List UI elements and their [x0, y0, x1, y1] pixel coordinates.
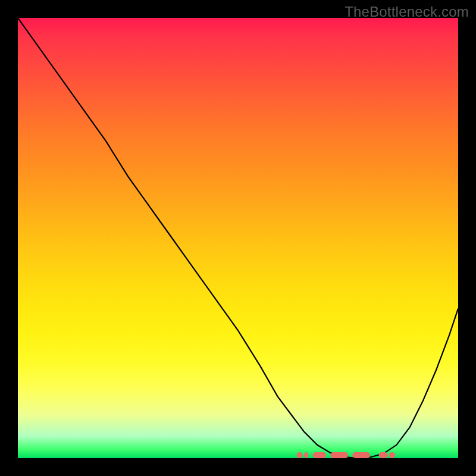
- watermark: TheBottleneck.com: [345, 4, 469, 20]
- optimal-markers: [297, 452, 395, 458]
- optimal-marker: [352, 452, 370, 458]
- optimal-marker: [313, 452, 326, 458]
- curve-line: [18, 18, 458, 458]
- optimal-marker: [304, 452, 308, 458]
- optimal-marker: [330, 452, 348, 458]
- chart-plot-area: [18, 18, 458, 458]
- optimal-marker-dot: [297, 452, 303, 458]
- bottleneck-curve: [18, 18, 458, 458]
- optimal-marker-dot: [389, 452, 395, 458]
- optimal-marker: [379, 452, 388, 458]
